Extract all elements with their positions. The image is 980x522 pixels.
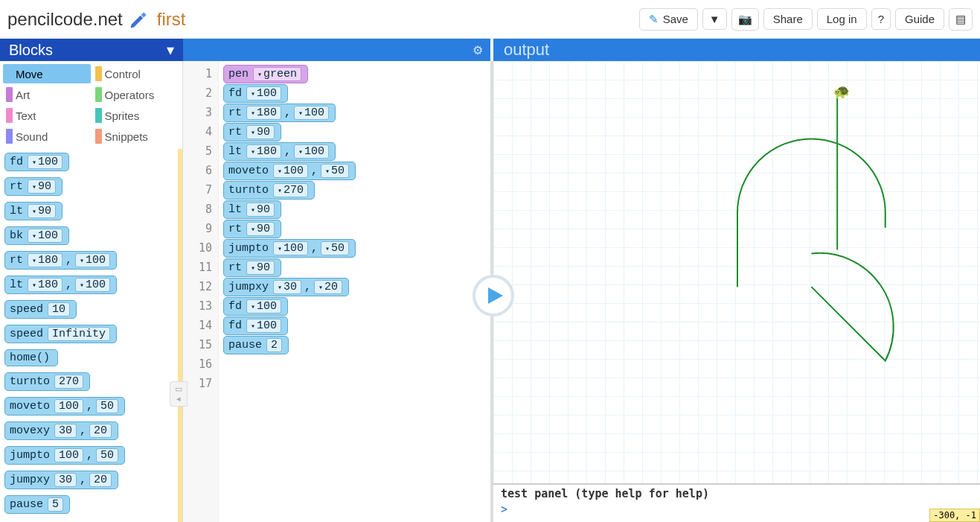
- block-home()[interactable]: home(): [4, 349, 58, 366]
- code-line[interactable]: rt▾90: [223, 258, 490, 277]
- block-bk[interactable]: bk▾100: [4, 226, 69, 245]
- block-jumpto[interactable]: jumpto100,50: [4, 446, 125, 465]
- block-arg[interactable]: 2: [266, 338, 282, 352]
- block-arg[interactable]: ▾270: [273, 183, 308, 197]
- block-rt[interactable]: rt▾90: [4, 177, 63, 196]
- code-line[interactable]: turnto▾270: [223, 180, 490, 200]
- help-button[interactable]: ?: [871, 8, 891, 30]
- code-line[interactable]: fd▾100: [223, 83, 490, 103]
- block-turnto[interactable]: turnto270: [4, 372, 90, 391]
- block-moveto[interactable]: moveto▾100,▾50: [223, 162, 356, 180]
- block-arg[interactable]: ▾90: [246, 125, 275, 139]
- layout-toggle-button[interactable]: ▤: [949, 8, 973, 31]
- collapse-palette-handle[interactable]: ▭ ◂: [170, 381, 188, 407]
- category-snippets[interactable]: Snippets: [92, 127, 180, 146]
- block-fd[interactable]: fd▾100: [223, 84, 288, 103]
- block-arg[interactable]: ▾100: [273, 241, 308, 255]
- block-arg[interactable]: 50: [96, 448, 118, 462]
- block-arg[interactable]: ▾180: [28, 278, 63, 292]
- block-arg[interactable]: ▾180: [28, 253, 63, 267]
- block-fd[interactable]: fd▾100: [223, 297, 288, 316]
- document-name[interactable]: first: [157, 9, 186, 30]
- category-sound[interactable]: Sound: [3, 127, 91, 146]
- block-lt[interactable]: lt▾90: [4, 202, 63, 220]
- blocks-list[interactable]: fd▾100rt▾90lt▾90bk▾100rt▾180,▾100lt▾180,…: [0, 149, 182, 522]
- block-pause[interactable]: pause5: [4, 495, 70, 514]
- save-dropdown-button[interactable]: ▼: [702, 8, 727, 30]
- block-arg[interactable]: 270: [54, 375, 83, 389]
- code-line[interactable]: jumpto▾100,▾50: [223, 238, 490, 258]
- code-line[interactable]: [223, 374, 490, 393]
- block-arg[interactable]: ▾green: [253, 67, 301, 81]
- category-move[interactable]: Move: [3, 64, 91, 83]
- block-arg[interactable]: ▾100: [246, 86, 281, 101]
- block-rt[interactable]: rt▾90: [223, 220, 281, 238]
- category-sprites[interactable]: Sprites: [92, 106, 180, 125]
- code-line[interactable]: pen▾green: [223, 64, 490, 83]
- block-arg[interactable]: 100: [54, 399, 83, 413]
- category-operators[interactable]: Operators: [92, 85, 180, 104]
- block-arg[interactable]: ▾100: [246, 299, 281, 313]
- block-jumpxy[interactable]: jumpxy30,20: [4, 471, 118, 489]
- block-rt[interactable]: rt▾90: [223, 123, 281, 141]
- block-arg[interactable]: ▾30: [273, 280, 301, 294]
- block-arg[interactable]: ▾90: [28, 204, 56, 218]
- code-line[interactable]: lt▾90: [223, 200, 490, 219]
- block-moveto[interactable]: moveto100,50: [4, 397, 125, 416]
- block-arg[interactable]: ▾50: [321, 164, 349, 178]
- category-control[interactable]: Control: [92, 64, 180, 83]
- block-fd[interactable]: fd▾100: [4, 153, 69, 171]
- block-speed[interactable]: speed10: [4, 300, 77, 319]
- block-arg[interactable]: ▾100: [294, 144, 329, 159]
- category-art[interactable]: Art: [3, 85, 91, 104]
- save-button[interactable]: ✎Save: [639, 8, 698, 31]
- code-line[interactable]: lt▾180,▾100: [223, 141, 490, 161]
- block-arg[interactable]: 20: [89, 424, 112, 438]
- block-arg[interactable]: ▾100: [28, 229, 63, 243]
- block-jumpxy[interactable]: jumpxy▾30,▾20: [223, 278, 349, 296]
- block-lt[interactable]: lt▾180,▾100: [223, 142, 336, 161]
- gear-icon[interactable]: ⚙: [473, 43, 483, 57]
- block-arg[interactable]: ▾90: [246, 222, 275, 236]
- block-arg[interactable]: 5: [48, 497, 63, 512]
- block-rt[interactable]: rt▾180,▾100: [4, 251, 117, 270]
- guide-button[interactable]: Guide: [895, 8, 944, 30]
- screenshot-button[interactable]: 📷: [731, 8, 759, 31]
- code-line[interactable]: pause2: [223, 335, 490, 354]
- block-arg[interactable]: Infinity: [48, 327, 110, 341]
- code-line[interactable]: rt▾90: [223, 219, 490, 238]
- block-arg[interactable]: ▾90: [28, 179, 56, 194]
- share-button[interactable]: Share: [763, 8, 813, 30]
- block-arg[interactable]: 20: [89, 473, 112, 487]
- block-arg[interactable]: ▾50: [321, 241, 349, 255]
- block-arg[interactable]: 50: [96, 399, 118, 413]
- code-line[interactable]: jumpxy▾30,▾20: [223, 277, 490, 296]
- play-button[interactable]: [473, 275, 514, 316]
- code-line[interactable]: fd▾100: [223, 296, 490, 316]
- block-arg[interactable]: ▾90: [246, 261, 275, 275]
- block-arg[interactable]: 30: [54, 424, 77, 438]
- code-line[interactable]: rt▾90: [223, 122, 490, 141]
- block-arg[interactable]: 30: [54, 473, 77, 487]
- block-movexy[interactable]: movexy30,20: [4, 421, 118, 440]
- block-arg[interactable]: 100: [54, 448, 83, 462]
- block-jumpto[interactable]: jumpto▾100,▾50: [223, 239, 356, 258]
- block-arg[interactable]: ▾100: [28, 155, 63, 169]
- block-lt[interactable]: lt▾90: [223, 200, 281, 219]
- block-pen[interactable]: pen▾green: [223, 65, 308, 83]
- block-turnto[interactable]: turnto▾270: [223, 181, 315, 200]
- block-arg[interactable]: ▾180: [246, 106, 281, 120]
- block-arg[interactable]: ▾100: [273, 164, 308, 178]
- block-rt[interactable]: rt▾180,▾100: [223, 104, 336, 122]
- code-line[interactable]: rt▾180,▾100: [223, 103, 490, 122]
- block-rt[interactable]: rt▾90: [223, 258, 281, 277]
- block-lt[interactable]: lt▾180,▾100: [4, 276, 117, 294]
- block-arg[interactable]: ▾90: [246, 203, 275, 217]
- login-button[interactable]: Log in: [817, 8, 867, 30]
- code-line[interactable]: [223, 354, 490, 374]
- blocks-header[interactable]: Blocks ▾: [0, 39, 183, 61]
- block-arg[interactable]: ▾100: [294, 106, 329, 120]
- block-pause[interactable]: pause2: [223, 336, 289, 354]
- block-speed[interactable]: speedInfinity: [4, 325, 117, 343]
- block-arg[interactable]: ▾100: [246, 319, 281, 333]
